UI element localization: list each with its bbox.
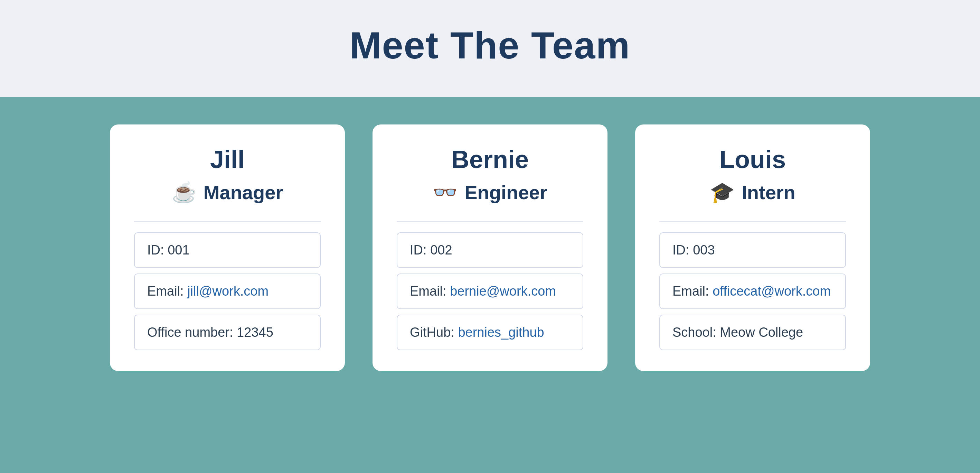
card-role: 🎓Intern [710, 180, 795, 204]
team-card-louis: Louis🎓InternID: 003Email: officecat@work… [635, 124, 870, 371]
info-box: Email: jill@work.com [134, 274, 321, 309]
field-label: Email: [147, 284, 187, 298]
field-label: Office number: [147, 325, 237, 339]
info-fields: ID: 002Email: bernie@work.comGitHub: ber… [397, 233, 583, 350]
header-section: Meet The Team [0, 0, 980, 97]
card-divider [659, 221, 846, 222]
field-label: ID: [147, 243, 168, 257]
info-box: GitHub: bernies_github [397, 315, 583, 350]
field-link[interactable]: officecat@work.com [713, 284, 831, 298]
card-role: ☕Manager [172, 180, 283, 204]
field-value: 002 [430, 243, 452, 257]
main-section: Jill☕ManagerID: 001Email: jill@work.comO… [0, 97, 980, 473]
team-card-jill: Jill☕ManagerID: 001Email: jill@work.comO… [110, 124, 345, 371]
info-box: Office number: 12345 [134, 315, 321, 350]
field-value: Meow College [720, 325, 803, 339]
card-name: Louis [719, 145, 786, 174]
card-name: Jill [210, 145, 245, 174]
field-label: GitHub: [410, 325, 458, 339]
info-box: ID: 002 [397, 233, 583, 268]
field-label: ID: [410, 243, 430, 257]
field-value: 12345 [237, 325, 273, 339]
field-value: 003 [693, 243, 714, 257]
role-icon: 🎓 [710, 180, 735, 204]
role-icon: ☕ [172, 180, 197, 204]
info-box: ID: 001 [134, 233, 321, 268]
field-label: Email: [673, 284, 713, 298]
info-fields: ID: 001Email: jill@work.comOffice number… [134, 233, 321, 350]
role-label: Engineer [465, 181, 547, 204]
card-divider [397, 221, 583, 222]
field-link[interactable]: bernie@work.com [450, 284, 556, 298]
field-label: ID: [673, 243, 693, 257]
field-label: Email: [410, 284, 450, 298]
info-box: Email: bernie@work.com [397, 274, 583, 309]
field-label: School: [673, 325, 720, 339]
card-name: Bernie [451, 145, 529, 174]
card-divider [134, 221, 321, 222]
team-card-bernie: Bernie👓EngineerID: 002Email: bernie@work… [372, 124, 608, 371]
field-value: 001 [168, 243, 189, 257]
card-role: 👓Engineer [433, 180, 547, 204]
info-box: ID: 003 [659, 233, 846, 268]
role-icon: 👓 [433, 180, 458, 204]
field-link[interactable]: jill@work.com [187, 284, 269, 298]
info-fields: ID: 003Email: officecat@work.comSchool: … [659, 233, 846, 350]
page-title: Meet The Team [350, 23, 631, 67]
info-box: School: Meow College [659, 315, 846, 350]
role-label: Manager [204, 181, 283, 204]
role-label: Intern [741, 181, 795, 204]
field-link[interactable]: bernies_github [458, 325, 544, 339]
info-box: Email: officecat@work.com [659, 274, 846, 309]
